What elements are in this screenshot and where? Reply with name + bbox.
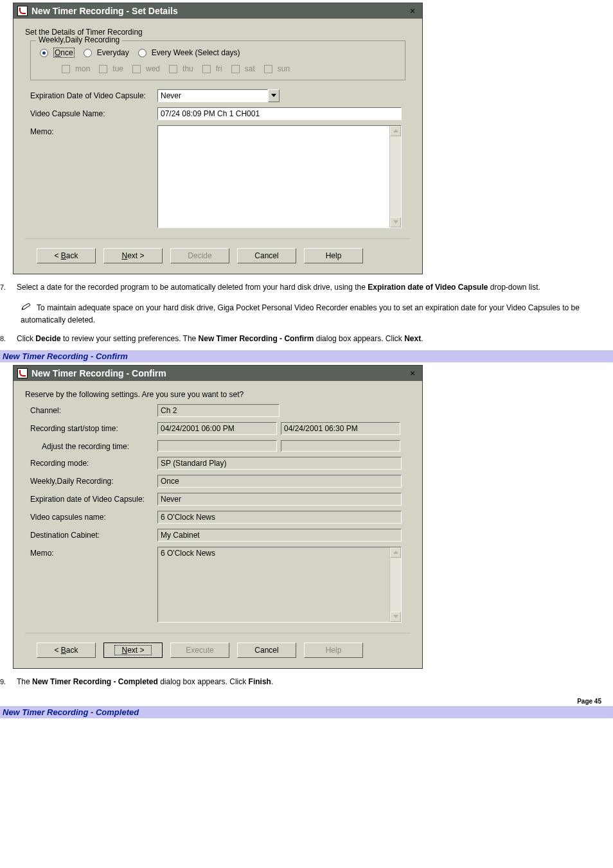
radio-everyday[interactable] [84,49,92,57]
expiration-value: Never [157,493,402,506]
app-icon [17,368,28,378]
scroll-down-icon [390,217,401,227]
label-expiration: Expiration Date of Video Capsule: [30,89,154,100]
note-text: To maintain adequate space on your hard … [21,302,591,326]
weekly-value: Once [157,475,402,488]
capsules-value: 6 O'Clock News [157,511,402,524]
next-button[interactable]: Next > [103,248,163,263]
help-button[interactable]: Help [304,248,363,263]
weekly-daily-groupbox: Weekly,Daily Recording Once Everyday Eve… [30,40,405,80]
expiration-select[interactable]: Never [157,89,280,102]
radio-everyweek-label[interactable]: Every Week (Select days) [152,48,240,57]
radio-once-label[interactable]: Once [53,48,75,58]
figure-caption-confirm: New Timer Recording - Confirm [0,350,613,362]
adjust-stop-value [281,440,400,452]
svg-marker-1 [393,129,398,132]
lbl-tue: tue [112,64,123,73]
label-capsules: Video capsules name: [30,511,154,522]
chk-tue [99,65,107,73]
close-icon[interactable]: × [407,368,418,379]
lbl-wed: wed [146,64,160,73]
dialog-title: New Timer Recording - Set Details [31,6,178,16]
label-cabinet: Destination Cabinet: [30,529,154,540]
step8-text: Click Decide to review your setting pref… [17,333,591,344]
help-button: Help [304,642,363,658]
dialog-set-details: New Timer Recording - Set Details × Set … [13,3,423,274]
start-time-value: 04/24/2001 06:00 PM [157,422,277,435]
label-expiration: Expiration date of Video Capsule: [30,493,154,504]
chk-wed [132,65,141,73]
svg-marker-3 [393,551,398,554]
radio-once[interactable] [40,49,48,57]
cabinet-value: My Cabinet [157,529,402,542]
memo-value[interactable] [158,126,389,227]
label-memo: Memo: [30,547,154,558]
svg-marker-2 [393,220,398,224]
label-weekly: Weekly,Daily Recording: [30,475,154,486]
close-icon[interactable]: × [407,5,418,17]
step9-text: The New Timer Recording - Completed dial… [17,677,591,687]
cancel-button[interactable]: Cancel [237,248,296,263]
step-number: 9. [0,677,17,687]
chk-sun [264,65,272,73]
stop-time-value: 04/24/2001 06:30 PM [281,422,400,435]
capsule-name-input[interactable]: 07/24 08:09 PM Ch 1 CH001 [157,107,402,120]
memo-scrollbar [389,547,401,622]
chk-sat [231,65,240,73]
radio-everyweek[interactable] [138,49,147,57]
chk-mon [62,65,70,73]
scroll-down-icon [390,612,401,622]
cancel-button[interactable]: Cancel [237,642,296,658]
decide-button: Decide [170,248,229,263]
back-button[interactable]: < Back [37,248,96,263]
label-adjust: Adjust the recording time: [30,440,154,451]
memo-readonly: 6 O'Clock News [157,547,402,623]
groupbox-legend: Weekly,Daily Recording [36,35,122,44]
dialog-confirm: New Timer Recording - Confirm × Reserve … [13,365,423,669]
memo-scrollbar[interactable] [389,126,401,227]
memo-value: 6 O'Clock News [158,547,389,622]
dialog-heading: Reserve by the following settings. Are y… [25,390,411,399]
mode-value: SP (Standard Play) [157,457,402,470]
memo-textarea[interactable] [157,125,402,228]
step7-text: Select a date for the recorded program t… [17,282,591,293]
lbl-sun: sun [278,64,290,73]
label-memo: Memo: [30,125,154,136]
lbl-fri: fri [216,64,222,73]
back-button[interactable]: < Back [37,642,96,658]
dialog-titlebar[interactable]: New Timer Recording - Set Details × [13,3,422,19]
svg-marker-0 [271,94,276,97]
lbl-thu: thu [182,64,193,73]
scroll-up-icon [390,547,401,558]
expiration-value: Never [157,89,268,102]
app-icon [17,6,28,16]
svg-marker-4 [393,615,398,618]
dialog-titlebar[interactable]: New Timer Recording - Confirm × [13,366,422,381]
dialog-title: New Timer Recording - Confirm [31,368,166,378]
step-number: 7. [0,282,17,293]
step-number: 8. [0,333,17,344]
page-number: Page 45 [0,693,613,706]
execute-button: Execute [170,642,229,658]
label-mode: Recording mode: [30,457,154,468]
chevron-down-icon[interactable] [268,89,280,102]
chk-fri [202,65,211,73]
pencil-icon [21,302,32,314]
lbl-mon: mon [75,64,90,73]
chk-thu [169,65,177,73]
figure-caption-completed: New Timer Recording - Completed [0,706,613,718]
lbl-sat: sat [245,64,255,73]
label-startstop: Recording start/stop time: [30,422,154,433]
channel-value: Ch 2 [157,404,280,417]
label-capsule-name: Video Capsule Name: [30,107,154,118]
next-button[interactable]: Next > [103,642,163,658]
label-channel: Channel: [30,404,154,415]
adjust-start-value [157,440,277,452]
scroll-up-icon [390,126,401,136]
radio-everyday-label[interactable]: Everyday [97,48,129,57]
